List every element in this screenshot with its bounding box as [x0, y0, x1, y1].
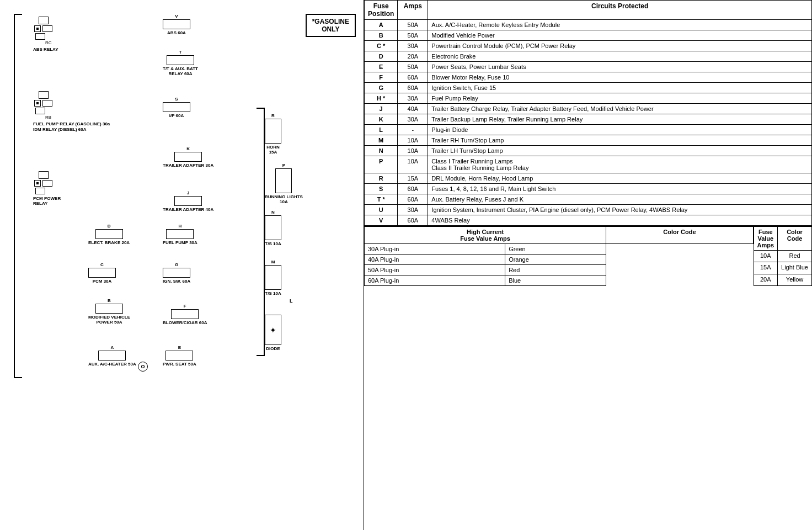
right-fuse-bracket	[257, 108, 265, 356]
trailer-40a-block: J TRAILER ADAPTER 40A	[163, 190, 213, 212]
color-code-header: Color Code	[606, 227, 753, 244]
fuse-color-header: ColorCode	[778, 227, 812, 251]
abs-relay-group: RC ABS RELAY	[33, 17, 58, 52]
fuse-table-row: A50AAux. A/C-Heater, Remote Keyless Entr…	[365, 20, 812, 30]
fv-amps-cell: 10A	[754, 251, 778, 262]
fuse-amps-cell: 15A	[398, 173, 428, 184]
fuse-position-cell: N	[365, 146, 398, 156]
fuse-amps-cell: 40A	[398, 104, 428, 114]
fuse-circuit-cell: Trailer Backup Lamp Relay, Trailer Runni…	[428, 114, 812, 125]
fuse-position-cell: P	[365, 156, 398, 173]
fuse-position-cell: S	[365, 184, 398, 194]
right-panel: FusePosition Amps Circuits Protected A50…	[364, 0, 812, 530]
gasoline-only-box: *GASOLINEONLY	[306, 14, 356, 37]
ign-sw-60a-block: G IGN. SW. 60A	[163, 262, 190, 284]
fv-color-cell: Red	[778, 251, 812, 262]
fuse-circuit-cell: Fuses 1, 4, 8, 12, 16 and R, Main Light …	[428, 184, 812, 194]
fuse-position-cell: T *	[365, 194, 398, 205]
fuse-table-row: G60AIgnition Switch, Fuse 15	[365, 83, 812, 93]
fuse-position-cell: D	[365, 51, 398, 62]
fuse-amps-cell: 30A	[398, 205, 428, 215]
fuse-circuit-cell: DRL Module, Horn Relay, Hood Lamp	[428, 173, 812, 184]
fuse-amps-cell: 30A	[398, 41, 428, 51]
high-current-row: 50A Plug-inRed	[365, 265, 754, 275]
high-current-label1: High Current	[467, 229, 504, 235]
hc-color-cell: Orange	[505, 255, 606, 265]
fuse-position-table: FusePosition Amps Circuits Protected A50…	[364, 0, 812, 226]
fuse-position-cell: U	[365, 205, 398, 215]
fuse-amps-cell: 50A	[398, 30, 428, 41]
fuse-circuit-cell: 4WABS Relay	[428, 215, 812, 226]
hc-amps-cell: 60A Plug-in	[365, 275, 505, 286]
main-bus-bar	[14, 14, 22, 378]
fuse-circuit-cell: Modified Vehicle Power	[428, 30, 812, 41]
high-current-row: 30A Plug-inGreen	[365, 244, 754, 255]
fuse-amps-cell: 10A	[398, 146, 428, 156]
hc-color-cell: Blue	[505, 275, 606, 286]
blower-cigar-block: F BLOWER/CIGAR 60A	[163, 304, 207, 325]
aux-ac-heater-block: A AUX. A/C-HEATER 50A	[88, 345, 136, 367]
fuse-circuit-cell: Plug-in Diode	[428, 125, 812, 135]
fuse-circuit-cell: Ignition System, Instrument Cluster, PIA…	[428, 205, 812, 215]
hc-amps-cell: 30A Plug-in	[365, 244, 505, 255]
fuse-amps-cell: 30A	[398, 93, 428, 104]
fuse-position-cell: A	[365, 20, 398, 30]
fuse-position-cell: M	[365, 135, 398, 146]
circuits-protected-header: Circuits Protected	[428, 1, 812, 20]
fuse-table-row: C *30APowertrain Control Module (PCM), P…	[365, 41, 812, 51]
fuse-amps-cell: 30A	[398, 114, 428, 125]
high-current-header: High Current Fuse Value Amps	[365, 227, 606, 244]
ip-60a-block: S I/P 60A	[163, 97, 190, 118]
fuse-position-cell: K	[365, 114, 398, 125]
fuse-amps-cell: 60A	[398, 215, 428, 226]
fuse-circuit-cell: Ignition Switch, Fuse 15	[428, 83, 812, 93]
fuse-table-row: K30ATrailer Backup Lamp Relay, Trailer R…	[365, 114, 812, 125]
fuse-table-row: T *60AAux. Battery Relay, Fuses J and K	[365, 194, 812, 205]
fuse-amps-cell: 10A	[398, 135, 428, 146]
fuse-table-row: V60A4WABS Relay	[365, 215, 812, 226]
fuse-table-row: L-Plug-in Diode	[365, 125, 812, 135]
high-current-row: 60A Plug-inBlue	[365, 275, 754, 286]
fuse-position-cell: H *	[365, 93, 398, 104]
fuse-circuit-cell: Trailer Battery Charge Relay, Trailer Ad…	[428, 104, 812, 114]
diagram-panel: *GASOLINEONLY RC ABS RELAY V	[0, 0, 364, 530]
fuse-table-row: J40ATrailer Battery Charge Relay, Traile…	[365, 104, 812, 114]
fuse-amps-cell: 10A	[398, 156, 428, 173]
fuse-table-row: S60AFuses 1, 4, 8, 12, 16 and R, Main Li…	[365, 184, 812, 194]
fv-color-cell: Light Blue	[778, 262, 812, 274]
horn-15a-fuse: R HORN15A	[265, 113, 281, 155]
tt-aux-batt-block: T T/T & AUX. BATTRELAY 60A	[163, 50, 198, 76]
o-circle: O	[138, 362, 148, 372]
fuse-table-row: E50APower Seats, Power Lumbar Seats	[365, 62, 812, 72]
fuse-circuit-cell: Electronic Brake	[428, 51, 812, 62]
fuel-pump-relay-group: RB FUEL PUMP RELAY (GASOLINE) 30aIDM REL…	[33, 91, 110, 132]
fuse-value-row: 15ALight Blue	[754, 262, 812, 274]
fuse-value-table: FuseValueAmps ColorCode 10ARed15ALight B…	[754, 226, 813, 286]
fuse-amps-cell: 20A	[398, 51, 428, 62]
fuse-position-cell: E	[365, 62, 398, 72]
hc-amps-cell: 40A Plug-in	[365, 255, 505, 265]
fuse-diagram: *GASOLINEONLY RC ABS RELAY V	[3, 6, 361, 524]
fuse-table-row: F60ABlower Motor Relay, Fuse 10	[365, 72, 812, 83]
fuse-value-row: 20AYellow	[754, 274, 812, 285]
fuse-position-cell: C *	[365, 41, 398, 51]
hc-color-cell: Green	[505, 244, 606, 255]
fv-color-cell: Yellow	[778, 274, 812, 285]
fuse-position-header: FusePosition	[365, 1, 398, 20]
fuel-pump-30a-block: H FUEL PUMP 30A	[163, 224, 197, 245]
fuse-value-row: 10ARed	[754, 251, 812, 262]
fuse-position-cell: R	[365, 173, 398, 184]
fuse-amps-cell: 50A	[398, 62, 428, 72]
ts-10a-bot-fuse: M T/S 10A	[265, 259, 281, 296]
fuse-table-row: M10ATrailer RH Turn/Stop Lamp	[365, 135, 812, 146]
fv-amps-cell: 15A	[754, 262, 778, 274]
fuse-amps-cell: 60A	[398, 83, 428, 93]
high-current-table: High Current Fuse Value Amps Color Code …	[364, 226, 754, 286]
fuse-table-row: R15ADRL Module, Horn Relay, Hood Lamp	[365, 173, 812, 184]
hc-color-cell: Red	[505, 265, 606, 275]
fuse-amps-cell: 50A	[398, 20, 428, 30]
elect-brake-block: D ELECT. BRAKE 20A	[88, 224, 130, 245]
pcm-power-relay-group: PCM POWERRELAY	[33, 171, 61, 206]
high-current-label2: Fuse Value Amps	[460, 235, 510, 242]
fuse-circuit-cell: Trailer LH Turn/Stop Lamp	[428, 146, 812, 156]
